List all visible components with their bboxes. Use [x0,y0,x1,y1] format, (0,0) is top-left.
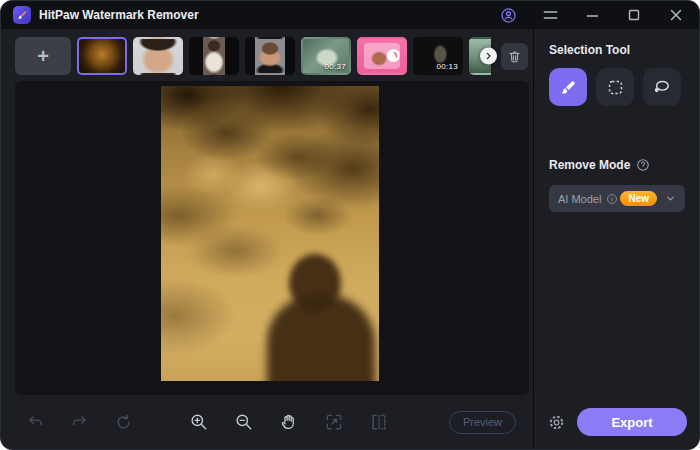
thumbnail-portrait-man[interactable] [133,37,183,75]
settings-gear-icon[interactable] [547,413,566,432]
add-file-button[interactable]: + [15,37,71,75]
brush-tool-button[interactable] [549,68,587,106]
compare-icon[interactable] [369,412,389,432]
lasso-icon [652,77,672,97]
ai-model-label: AI Model [558,193,601,205]
maximize-button[interactable] [623,4,645,26]
thumbnail-strip: + 00:37 00:13 [1,33,533,79]
selection-tools [549,68,685,106]
sidebar-panel: Selection Tool [535,29,699,449]
thumbnail-shadow-wall[interactable] [77,37,127,75]
selection-tool-title: Selection Tool [549,43,685,57]
titlebar: HitPaw Watermark Remover [1,1,699,29]
hand-tool-icon[interactable] [279,412,299,432]
scroll-next-button[interactable] [480,48,497,65]
help-icon[interactable] [636,158,650,172]
menu-icon[interactable] [539,4,561,26]
video-duration: 00:37 [324,62,346,71]
ai-model-dropdown[interactable]: AI Model New [549,185,685,212]
canvas-image[interactable] [161,86,379,381]
close-button[interactable] [665,4,687,26]
remove-mode-title: Remove Mode [549,158,630,172]
thumbnail-video-green[interactable]: 00:37 [301,37,351,75]
app-logo-icon [13,6,31,24]
thumbnail-pink-social[interactable] [357,37,407,75]
delete-button[interactable] [501,43,528,70]
zoom-in-icon[interactable] [189,412,209,432]
thumbnail-video-dark[interactable]: 00:13 [413,37,463,75]
lasso-tool-button[interactable] [643,68,681,106]
redo-icon[interactable] [69,412,89,432]
canvas-toolbar: Preview [1,395,533,449]
marquee-icon [606,78,625,97]
silhouette-body [267,294,375,381]
export-button[interactable]: Export [577,408,687,436]
account-icon[interactable] [497,4,519,26]
reset-icon[interactable] [113,412,133,432]
chevron-down-icon [665,193,676,204]
edit-canvas[interactable] [15,81,529,395]
editor-area: + 00:37 00:13 [1,29,534,449]
marquee-tool-button[interactable] [596,68,634,106]
brush-icon [559,78,578,97]
minimize-button[interactable] [581,4,603,26]
thumbnail-portrait-woman[interactable] [245,37,295,75]
panel-bottom: Export [547,408,687,436]
info-icon [606,193,618,205]
undo-icon[interactable] [25,412,45,432]
app-window: HitPaw Watermark Remover [0,0,700,450]
window-title: HitPaw Watermark Remover [39,8,199,22]
video-duration: 00:13 [436,62,458,71]
preview-button[interactable]: Preview [449,411,516,434]
new-badge: New [620,191,657,206]
remove-mode-header: Remove Mode [549,158,685,172]
fullscreen-icon[interactable] [324,412,344,432]
zoom-out-icon[interactable] [234,412,254,432]
thumbnail-woman-polka-dress[interactable] [189,37,239,75]
